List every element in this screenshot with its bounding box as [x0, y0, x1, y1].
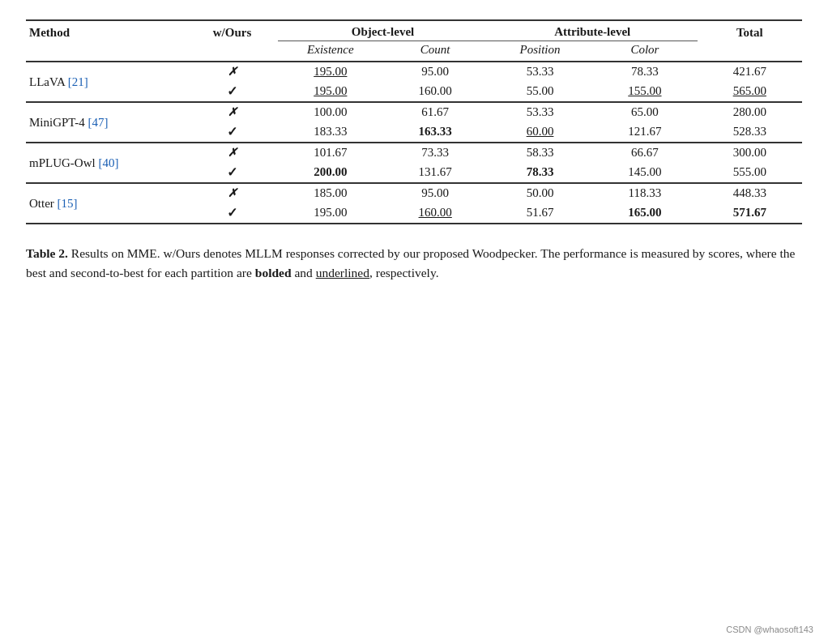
- mplugowl-no-count: 73.33: [383, 143, 488, 162]
- header-wours: w/Ours: [186, 20, 278, 41]
- header-object-level: Object-level: [278, 20, 488, 41]
- wours-llava-no: ✗: [186, 62, 278, 81]
- llava-yes-count: 160.00: [383, 81, 488, 102]
- method-mplugowl: mPLUG-Owl [40]: [26, 143, 186, 183]
- watermark: CSDN @whaosoft143: [726, 625, 813, 634]
- minigpt4-yes-position: 60.00: [488, 122, 592, 143]
- header-method: Method: [26, 20, 186, 41]
- otter-no-position: 50.00: [488, 183, 592, 203]
- otter-yes-color: 165.00: [592, 203, 697, 224]
- table-row: mPLUG-Owl [40] ✗ 101.67 73.33 58.33 66.6…: [26, 143, 802, 162]
- header-color: Color: [592, 41, 697, 62]
- table-caption: Table 2. Results on MME. w/Ours denotes …: [26, 244, 802, 283]
- otter-no-color: 118.33: [592, 183, 697, 203]
- wours-minigpt4-no: ✗: [186, 102, 278, 122]
- minigpt4-yes-count: 163.33: [383, 122, 488, 143]
- results-table: Method w/Ours Object-level Attribute-lev…: [26, 19, 802, 224]
- header-count: Count: [383, 41, 488, 62]
- wours-minigpt4-yes: ✓: [186, 122, 278, 143]
- mplugowl-yes-count: 131.67: [383, 162, 488, 183]
- otter-no-existence: 185.00: [278, 183, 382, 203]
- llava-no-existence: 195.00: [278, 62, 382, 81]
- otter-yes-position: 51.67: [488, 203, 592, 224]
- minigpt4-yes-existence: 183.33: [278, 122, 382, 143]
- llava-yes-position: 55.00: [488, 81, 592, 102]
- minigpt4-no-count: 61.67: [383, 102, 488, 122]
- otter-yes-count: 160.00: [383, 203, 488, 224]
- caption-label: Table 2.: [26, 246, 68, 260]
- mplugowl-yes-existence: 200.00: [278, 162, 382, 183]
- results-table-container: Method w/Ours Object-level Attribute-lev…: [26, 19, 802, 224]
- minigpt4-no-existence: 100.00: [278, 102, 382, 122]
- table-row: LLaVA [21] ✗ 195.00 95.00 53.33 78.33 42…: [26, 62, 802, 81]
- caption-mid-text: and: [292, 266, 316, 279]
- caption-end-text: , respectively.: [369, 266, 439, 279]
- minigpt4-yes-color: 121.67: [592, 122, 697, 143]
- table-row: MiniGPT-4 [47] ✗ 100.00 61.67 53.33 65.0…: [26, 102, 802, 122]
- llava-no-total: 421.67: [698, 62, 802, 81]
- method-minigpt4: MiniGPT-4 [47]: [26, 102, 186, 143]
- mplugowl-yes-color: 145.00: [592, 162, 697, 183]
- otter-no-count: 95.00: [383, 183, 488, 203]
- mplugowl-no-position: 58.33: [488, 143, 592, 162]
- otter-yes-total: 571.67: [698, 203, 802, 224]
- mplugowl-no-existence: 101.67: [278, 143, 382, 162]
- caption-underline-word: underlined: [316, 266, 369, 279]
- llava-no-count: 95.00: [383, 62, 488, 81]
- llava-no-position: 53.33: [488, 62, 592, 81]
- minigpt4-no-color: 65.00: [592, 102, 697, 122]
- llava-no-color: 78.33: [592, 62, 697, 81]
- header-position: Position: [488, 41, 592, 62]
- header-attribute-level: Attribute-level: [488, 20, 698, 41]
- otter-yes-existence: 195.00: [278, 203, 382, 224]
- wours-otter-yes: ✓: [186, 203, 278, 224]
- mplugowl-no-total: 300.00: [698, 143, 802, 162]
- mplugowl-yes-total: 555.00: [698, 162, 802, 183]
- wours-otter-no: ✗: [186, 183, 278, 203]
- mplugowl-no-color: 66.67: [592, 143, 697, 162]
- table-row: Otter [15] ✗ 185.00 95.00 50.00 118.33 4…: [26, 183, 802, 203]
- llava-yes-total: 565.00: [698, 81, 802, 102]
- method-llava: LLaVA [21]: [26, 62, 186, 102]
- method-otter: Otter [15]: [26, 183, 186, 224]
- header-total: Total: [698, 20, 802, 41]
- minigpt4-no-position: 53.33: [488, 102, 592, 122]
- caption-bold-word: bolded: [255, 266, 292, 279]
- wours-mplugowl-yes: ✓: [186, 162, 278, 183]
- llava-yes-existence: 195.00: [278, 81, 382, 102]
- wours-mplugowl-no: ✗: [186, 143, 278, 162]
- mplugowl-yes-position: 78.33: [488, 162, 592, 183]
- minigpt4-no-total: 280.00: [698, 102, 802, 122]
- llava-yes-color: 155.00: [592, 81, 697, 102]
- minigpt4-yes-total: 528.33: [698, 122, 802, 143]
- wours-llava-yes: ✓: [186, 81, 278, 102]
- header-existence: Existence: [278, 41, 382, 62]
- otter-no-total: 448.33: [698, 183, 802, 203]
